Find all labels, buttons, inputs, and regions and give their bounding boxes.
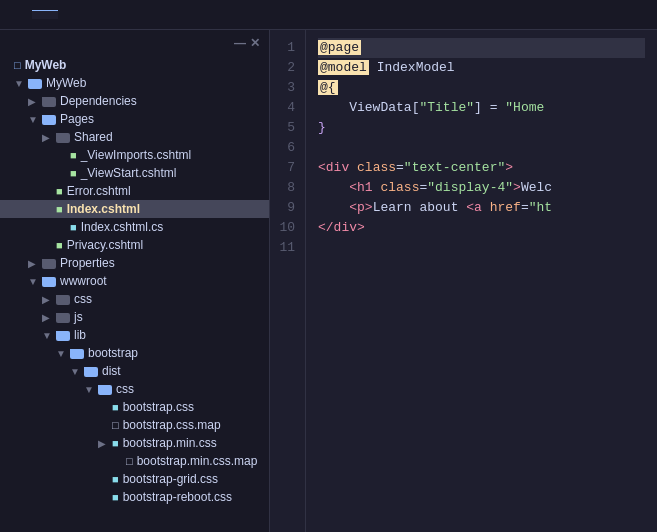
file-css-icon: ■ [112,473,119,485]
tree-item-label: Error.cshtml [67,184,131,198]
file-map-icon: □ [112,419,119,431]
file-css-icon: ■ [112,401,119,413]
tree-item-label: Index.cshtml [67,202,140,216]
line-number: 4 [278,98,295,118]
solution-icon: □ [14,59,21,71]
tree-item-css-folder[interactable]: ▶css [0,290,269,308]
tree-item-label: Shared [74,130,113,144]
line-numbers: 1234567891011 [270,30,306,532]
code-line [318,238,645,258]
code-line: </div> [318,218,645,238]
code-content[interactable]: @page @model IndexModel @{ ViewData["Tit… [306,30,657,532]
line-number: 10 [278,218,295,238]
line-number: 2 [278,58,295,78]
file-css-icon: ■ [112,437,119,449]
tree-item-label: js [74,310,83,324]
tree-item-js-folder[interactable]: ▶js [0,308,269,326]
tree-item-label: dist [102,364,121,378]
tree-arrow: ▶ [28,258,42,269]
tree-item-bootstrap-css-map[interactable]: □bootstrap.css.map [0,416,269,434]
line-number: 8 [278,178,295,198]
line-number: 1 [278,38,295,58]
file-cshtml-icon: ■ [70,149,77,161]
minimize-icon[interactable]: — [234,36,247,50]
tree-arrow: ▶ [28,96,42,107]
tree-item-bootstrap-min-css[interactable]: ▶■bootstrap.min.css [0,434,269,452]
close-icon[interactable]: ✕ [250,36,261,50]
tree-item-wwwroot[interactable]: ▼wwwroot [0,272,269,290]
file-cshtml-icon: ■ [56,185,63,197]
tree-item-label: Index.cshtml.cs [81,220,164,234]
code-line: } [318,118,645,138]
tree-item-label: css [74,292,92,306]
tree-item-properties[interactable]: ▶Properties [0,254,269,272]
editor-tab[interactable] [32,10,58,19]
tree-item-bootstrap[interactable]: ▼bootstrap [0,344,269,362]
tree-arrow: ▼ [14,78,28,89]
line-number: 11 [278,238,295,258]
tree-item-label: bootstrap [88,346,138,360]
sidebar-header-icons: — ✕ [234,36,261,50]
code-line: @{ [318,78,645,98]
tree-item-label: bootstrap.css [123,400,194,414]
tree-arrow: ▶ [98,438,112,449]
tree-item-pages[interactable]: ▼Pages [0,110,269,128]
sidebar-header: — ✕ [0,30,269,56]
top-bar [0,0,657,30]
code-line: <p>Learn about <a href="ht [318,198,645,218]
tree-item-label: wwwroot [60,274,107,288]
tree-arrow: ▼ [28,276,42,287]
line-number: 7 [278,158,295,178]
tree-item-myweb-folder[interactable]: ▼MyWeb [0,74,269,92]
main-layout: — ✕ □MyWeb▼MyWeb▶Dependencies▼Pages▶Shar… [0,30,657,532]
line-number: 3 [278,78,295,98]
line-number: 5 [278,118,295,138]
tree-item-myweb-root[interactable]: □MyWeb [0,56,269,74]
tree-arrow: ▼ [56,348,70,359]
tree-item-bootstrap-min-css-map[interactable]: □bootstrap.min.css.map [0,452,269,470]
code-line: <div class="text-center"> [318,158,645,178]
tree-item-dependencies[interactable]: ▶Dependencies [0,92,269,110]
tree-item-css-dist[interactable]: ▼css [0,380,269,398]
tree-arrow: ▼ [84,384,98,395]
tree-item-index-cshtml[interactable]: ■Index.cshtml [0,200,269,218]
tree-item-label: _ViewStart.cshtml [81,166,177,180]
tree-item-bootstrap-grid[interactable]: ■bootstrap-grid.css [0,470,269,488]
back-button[interactable] [8,13,16,17]
tree-item-shared[interactable]: ▶Shared [0,128,269,146]
code-line [318,138,645,158]
tree-item-viewstart[interactable]: ■_ViewStart.cshtml [0,164,269,182]
code-line: @page [318,38,645,58]
forward-button[interactable] [20,13,28,17]
tree-item-dist[interactable]: ▼dist [0,362,269,380]
tree-item-bootstrap-css[interactable]: ■bootstrap.css [0,398,269,416]
tree-arrow: ▼ [42,330,56,341]
tree-arrow: ▶ [42,312,56,323]
tree-item-label: bootstrap.css.map [123,418,221,432]
tree-item-label: Pages [60,112,94,126]
tree-item-label: lib [74,328,86,342]
tree-item-label: MyWeb [46,76,86,90]
line-number: 6 [278,138,295,158]
tree-arrow: ▶ [42,132,56,143]
tree-item-label: Properties [60,256,115,270]
code-line: ViewData["Title"] = "Home [318,98,645,118]
tree-item-lib-folder[interactable]: ▼lib [0,326,269,344]
tree-item-error[interactable]: ■Error.cshtml [0,182,269,200]
tree-item-label: _ViewImports.cshtml [81,148,191,162]
tree-item-label: Dependencies [60,94,137,108]
tree-item-index-cshtml-cs[interactable]: ■Index.cshtml.cs [0,218,269,236]
code-line: @model IndexModel [318,58,645,78]
tree-item-privacy[interactable]: ■Privacy.cshtml [0,236,269,254]
file-cs-icon: ■ [70,221,77,233]
tree-item-viewimports[interactable]: ■_ViewImports.cshtml [0,146,269,164]
tree-item-bootstrap-reboot[interactable]: ■bootstrap-reboot.css [0,488,269,506]
file-cshtml-icon: ■ [70,167,77,179]
code-editor: 1234567891011 @page @model IndexModel @{… [270,30,657,532]
tree-arrow: ▼ [28,114,42,125]
file-map-icon: □ [126,455,133,467]
tree-item-label: bootstrap.min.css.map [137,454,258,468]
sidebar: — ✕ □MyWeb▼MyWeb▶Dependencies▼Pages▶Shar… [0,30,270,532]
tree-arrow: ▼ [70,366,84,377]
file-cshtml-icon: ■ [56,239,63,251]
